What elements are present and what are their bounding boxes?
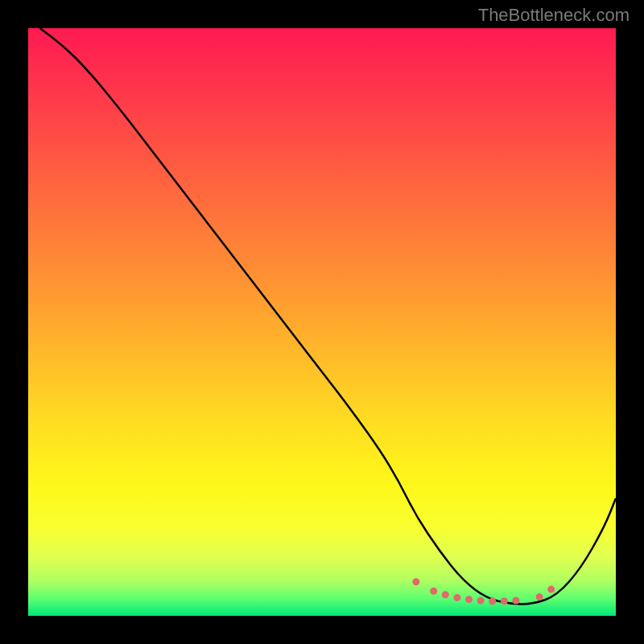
marker-dot bbox=[512, 597, 519, 605]
marker-dot bbox=[536, 593, 543, 601]
marker-dot bbox=[412, 578, 419, 585]
bottleneck-curve bbox=[40, 28, 616, 604]
plot-area bbox=[28, 28, 616, 616]
chart-svg bbox=[28, 28, 616, 616]
marker-dot bbox=[453, 594, 460, 601]
marker-dot bbox=[430, 588, 437, 595]
minimum-markers bbox=[412, 578, 555, 605]
marker-dot bbox=[489, 597, 496, 605]
marker-dot bbox=[465, 596, 473, 603]
marker-dot bbox=[442, 591, 449, 598]
marker-dot bbox=[477, 597, 485, 605]
marker-dot bbox=[547, 586, 555, 593]
marker-dot bbox=[501, 597, 508, 605]
attribution-text: TheBottleneck.com bbox=[478, 5, 630, 26]
